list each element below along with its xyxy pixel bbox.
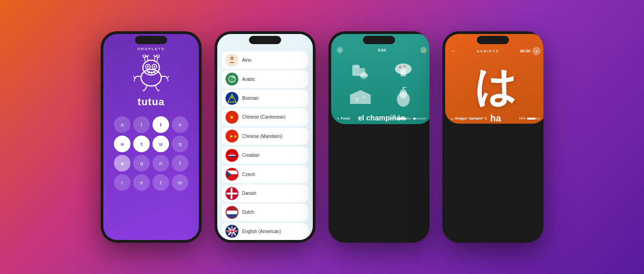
flag-dutch — [226, 206, 238, 219]
svg-rect-45 — [226, 211, 237, 214]
category-text: Food — [341, 116, 350, 120]
letter-f[interactable]: f — [172, 155, 188, 171]
phone-notch — [363, 36, 395, 44]
lang-item-bosnian[interactable]: Bosnian — [222, 90, 308, 107]
letter-t3[interactable]: t — [153, 174, 169, 191]
progress-fill — [398, 118, 407, 120]
svg-point-22 — [233, 76, 235, 78]
svg-rect-46 — [226, 214, 237, 218]
svg-text:★★: ★★ — [229, 134, 237, 139]
svg-point-64 — [403, 65, 406, 68]
progress-fill-4 — [527, 118, 536, 120]
svg-point-25 — [231, 97, 233, 98]
progress-container-4: 64% — [519, 117, 541, 120]
lang-name-danish: Danish — [242, 191, 256, 196]
svg-rect-15 — [151, 72, 153, 74]
svg-marker-65 — [350, 90, 371, 104]
progress-container: 64% — [390, 117, 427, 120]
svg-point-13 — [153, 66, 155, 68]
svg-rect-42 — [231, 188, 232, 199]
letter-q1[interactable]: q — [172, 136, 188, 152]
letter-a2[interactable]: a — [114, 155, 130, 171]
letter-e2[interactable]: e — [133, 174, 150, 191]
phone-notch — [135, 36, 167, 44]
lang-name-bosnian: Bosnian — [242, 96, 259, 101]
progress-bar-4 — [527, 118, 541, 120]
phone-teal-quiz: ⏸ 3:04 🌙 — [328, 31, 429, 243]
food-item-1 — [340, 59, 380, 82]
phone-language-list: Ainu Arabic — [215, 31, 316, 243]
lang-item-danish[interactable]: Danish — [222, 185, 308, 202]
letter-u1[interactable]: u — [114, 136, 130, 152]
food-item-2 — [384, 59, 423, 82]
progress-fill-2 — [413, 118, 416, 120]
food-images — [331, 55, 429, 112]
flag-english — [226, 225, 238, 238]
letter-q2[interactable]: q — [133, 155, 150, 171]
chevron-up-icon: ▲ — [451, 117, 453, 120]
food-item-4 — [384, 86, 423, 108]
lang-item-arabic[interactable]: Arabic — [222, 70, 308, 87]
hiragana-character: は — [475, 66, 517, 108]
letter-m[interactable]: m — [172, 174, 188, 191]
flag-czech — [226, 168, 238, 181]
letter-n[interactable]: n — [153, 155, 169, 171]
scripts-title: SCRIPTS — [477, 49, 499, 53]
letter-t2[interactable]: t — [133, 136, 150, 152]
phone-scripts: ← SCRIPTS 06:00 ● は ha ▲ Hiragan "alphab… — [442, 31, 543, 243]
svg-rect-16 — [153, 71, 155, 73]
lang-name-english: English (American) — [242, 229, 281, 234]
svg-point-69 — [400, 89, 407, 98]
svg-rect-54 — [232, 226, 232, 237]
pause-icon[interactable]: ⏸ — [337, 47, 343, 53]
phone4-screen: ← SCRIPTS 06:00 ● は ha ▲ Hiragan "alphab… — [445, 34, 543, 124]
svg-rect-32 — [228, 154, 236, 155]
flag-cantonese: ★ — [226, 111, 238, 124]
category-label: ▼ Food — [337, 116, 350, 120]
letter-grid: a l t e u t u q a q n f r e t m — [114, 116, 188, 191]
back-arrow-icon[interactable]: ← — [451, 48, 456, 54]
flag-danish — [226, 187, 238, 200]
word-display: tutua — [138, 96, 165, 108]
phone-notch — [249, 36, 281, 44]
lang-name-mandarin: Chinese (Mandarin) — [242, 134, 282, 139]
svg-rect-34 — [228, 156, 236, 157]
chevron-down-icon: ▼ — [337, 117, 339, 120]
moon-icon[interactable]: 🌙 — [420, 47, 427, 53]
lang-name-croatian: Croatian — [242, 153, 260, 158]
phone3-timer: 3:04 — [378, 48, 386, 52]
letter-u2[interactable]: u — [153, 136, 169, 152]
food-item-3 — [340, 86, 380, 108]
letter-e[interactable]: e — [172, 116, 188, 133]
lang-item-ainu[interactable]: Ainu — [222, 51, 308, 68]
phone4-timer: 06:00 — [520, 49, 531, 53]
footer-label: ▲ Hiragan "alphabet" 3 — [451, 117, 486, 120]
clock-icon: ● — [532, 47, 541, 55]
progress-percent: 64% — [390, 117, 396, 120]
svg-point-66 — [355, 97, 359, 101]
flag-bosnian — [226, 92, 238, 105]
phone3-footer: ▼ Food 64% — [331, 116, 429, 120]
flag-ainu — [226, 54, 238, 67]
phone2-screen: Ainu Arabic — [217, 34, 313, 240]
letter-a1[interactable]: a — [114, 116, 130, 133]
progress-percent-4: 64% — [519, 117, 525, 120]
svg-point-67 — [362, 96, 365, 98]
lang-item-dutch[interactable]: Dutch — [222, 204, 308, 221]
phone3-screen: ⏸ 3:04 🌙 — [331, 34, 429, 124]
letter-l[interactable]: l — [133, 116, 150, 133]
lang-item-english[interactable]: English (American) — [222, 223, 308, 240]
svg-point-12 — [147, 66, 149, 68]
language-list: Ainu Arabic — [217, 51, 313, 240]
svg-point-60 — [359, 74, 368, 77]
flag-mandarin: ★★ — [226, 130, 238, 143]
lang-item-croatian[interactable]: Croatian — [222, 147, 308, 164]
lang-item-cantonese[interactable]: ★ Chinese (Cantonese) — [222, 108, 308, 126]
letter-r[interactable]: r — [114, 174, 130, 191]
lang-item-mandarin[interactable]: ★★ Chinese (Mandarin) — [222, 128, 308, 145]
letter-t1[interactable]: t — [153, 116, 169, 133]
progress-bar-2 — [413, 118, 427, 120]
lang-name-cantonese: Chinese (Cantonese) — [242, 114, 286, 120]
progress-bar — [398, 118, 412, 120]
lang-item-czech[interactable]: Czech — [222, 166, 308, 183]
